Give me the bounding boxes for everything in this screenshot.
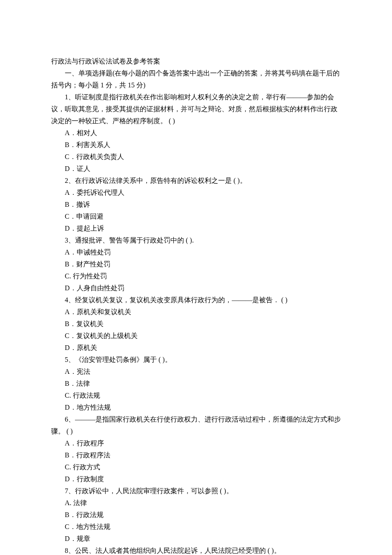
option: C. 行政法规 bbox=[51, 390, 341, 402]
option: C．地方性法规 bbox=[51, 521, 341, 533]
option: C. 行为性处罚 bbox=[51, 270, 341, 282]
option: D．人身自由性处罚 bbox=[51, 282, 341, 294]
option: C．行政机关负责人 bbox=[51, 151, 341, 163]
option: B．行政程序法 bbox=[51, 449, 341, 461]
option: D．地方性法规 bbox=[51, 402, 341, 413]
option: A．申诫牲处罚 bbox=[51, 246, 341, 258]
question-stem: 5、《治安管理处罚条例》属于 ( )。 bbox=[51, 354, 341, 366]
option: B．复议机关 bbox=[51, 318, 341, 330]
document-title: 行政法与行政诉讼法试卷及参考答案 bbox=[51, 55, 341, 67]
option: C．复议机关的上级机关 bbox=[51, 330, 341, 342]
option: C．申请回避 bbox=[51, 211, 341, 223]
option: A．原机关和复议机关 bbox=[51, 306, 341, 318]
option: D．行政制度 bbox=[51, 473, 341, 485]
question-stem: 3、通报批评、警告等属于行政处罚中的 ( ). bbox=[51, 234, 341, 246]
option: B．行政法规 bbox=[51, 509, 341, 521]
option: D．原机关 bbox=[51, 342, 341, 354]
question-stem: 7、行政诉讼中，人民法院审理行政案件，可以参照 ( )。 bbox=[51, 485, 341, 497]
question-stem: 4、经复议机关复议，复议机关改变原具体行政行为的，———是被告． ( ) bbox=[51, 294, 341, 306]
question-stem: 2、在行政诉讼法律关系中，原告特有的诉讼权利之一是 ( )。 bbox=[51, 175, 341, 187]
question-stem: 1、听证制度是指行政机关在作出影响相对人权利义务的决定之前，举行有———参加的会… bbox=[51, 91, 341, 127]
option: A. 法律 bbox=[51, 497, 341, 509]
section-header: 一、单项选择题(在每小题的四个备选答案中选出一个正确的答案，并将其号码填在题干后… bbox=[51, 67, 341, 91]
question-stem: 8、公民、法人或者其他组织向人民法院起诉，人民法院已经受理的 ( )。 bbox=[51, 545, 341, 555]
option: A．相对人 bbox=[51, 127, 341, 139]
option: B．利害关系人 bbox=[51, 139, 341, 151]
option: A．宪法 bbox=[51, 366, 341, 378]
option: A．行政程序 bbox=[51, 437, 341, 449]
exam-document-page: 行政法与行政诉讼法试卷及参考答案 一、单项选择题(在每小题的四个备选答案中选出一… bbox=[0, 0, 392, 555]
option: B．法律 bbox=[51, 378, 341, 390]
option: D．规章 bbox=[51, 533, 341, 545]
option: C. 行政方式 bbox=[51, 461, 341, 473]
option: A．委托诉讼代理人 bbox=[51, 187, 341, 199]
option: B．撤诉 bbox=[51, 199, 341, 211]
option: D．证人 bbox=[51, 163, 341, 175]
option: D．提起上诉 bbox=[51, 223, 341, 234]
option: B．财产性处罚 bbox=[51, 258, 341, 270]
question-stem: 6、———是指国家行政机关在行使行政权力、进行行政活动过程中，所遵循的法定方式和… bbox=[51, 413, 341, 437]
